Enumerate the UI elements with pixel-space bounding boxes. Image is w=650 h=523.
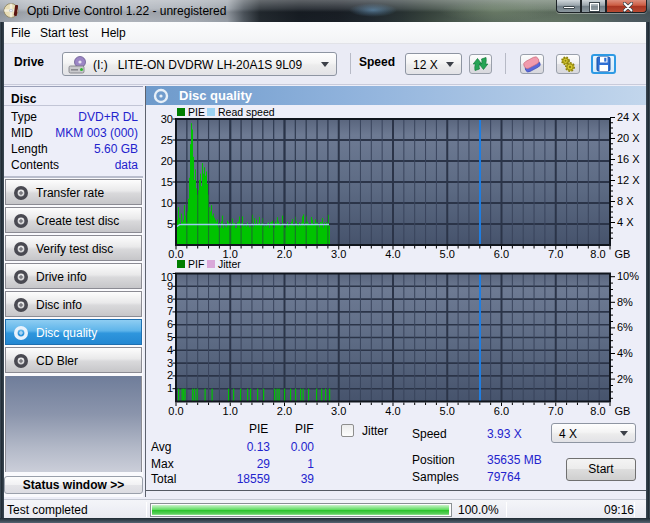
- svg-text:4 X: 4 X: [617, 216, 634, 228]
- svg-text:5: 5: [167, 331, 173, 343]
- svg-text:24 X: 24 X: [617, 111, 640, 123]
- svg-text:4.0: 4.0: [385, 405, 400, 417]
- svg-text:3.0: 3.0: [331, 405, 346, 417]
- svg-text:2%: 2%: [617, 373, 633, 385]
- svg-text:8.0: 8.0: [590, 405, 605, 417]
- svg-text:8: 8: [167, 293, 173, 305]
- svg-text:Jitter: Jitter: [218, 258, 241, 270]
- svg-text:GB: GB: [615, 248, 631, 260]
- svg-text:5: 5: [167, 218, 173, 230]
- svg-text:30: 30: [161, 113, 173, 125]
- svg-text:2: 2: [167, 369, 173, 381]
- svg-text:8 X: 8 X: [617, 195, 634, 207]
- svg-text:0.0: 0.0: [168, 405, 183, 417]
- svg-text:PIF: PIF: [188, 258, 204, 270]
- svg-text:20 X: 20 X: [617, 132, 640, 144]
- svg-text:PIE: PIE: [188, 106, 205, 118]
- svg-text:5.0: 5.0: [440, 405, 455, 417]
- svg-text:8.0: 8.0: [590, 248, 605, 260]
- svg-text:6%: 6%: [617, 321, 633, 333]
- svg-text:10: 10: [161, 197, 173, 209]
- svg-text:3: 3: [167, 357, 173, 369]
- svg-text:7.0: 7.0: [548, 405, 563, 417]
- svg-text:6.0: 6.0: [494, 405, 509, 417]
- svg-text:25: 25: [161, 134, 173, 146]
- svg-text:10%: 10%: [617, 270, 639, 282]
- svg-text:4: 4: [167, 344, 173, 356]
- svg-text:6: 6: [167, 318, 173, 330]
- svg-text:1.0: 1.0: [223, 405, 238, 417]
- svg-text:20: 20: [161, 155, 173, 167]
- svg-text:Read speed: Read speed: [218, 106, 275, 118]
- svg-text:4%: 4%: [617, 347, 633, 359]
- svg-text:15: 15: [161, 176, 173, 188]
- svg-text:10: 10: [161, 271, 173, 283]
- svg-text:12 X: 12 X: [617, 174, 640, 186]
- svg-text:16 X: 16 X: [617, 153, 640, 165]
- svg-text:2.0: 2.0: [277, 405, 292, 417]
- svg-text:GB: GB: [615, 405, 631, 417]
- svg-text:8%: 8%: [617, 296, 633, 308]
- svg-text:7: 7: [167, 305, 173, 317]
- svg-text:1: 1: [167, 382, 173, 394]
